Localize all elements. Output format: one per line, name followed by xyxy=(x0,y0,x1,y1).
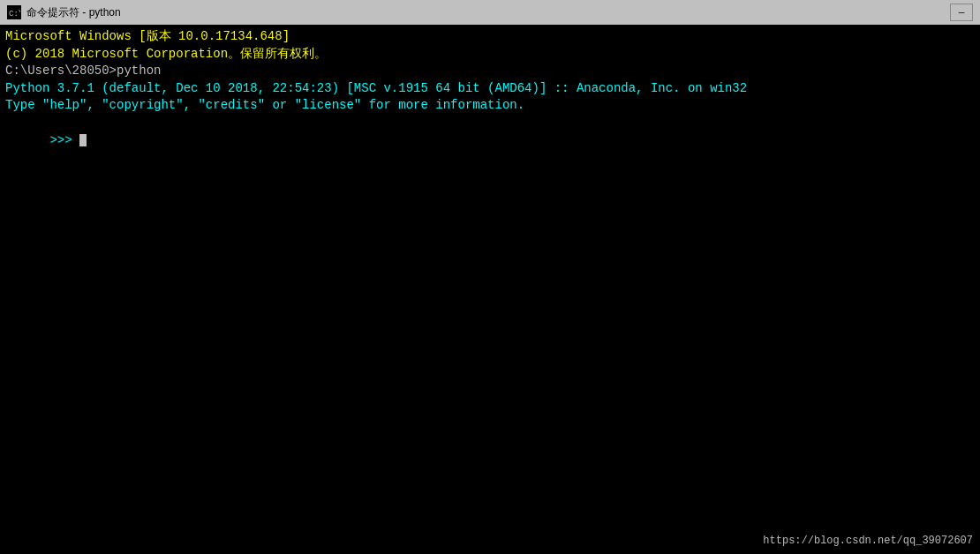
watermark: https://blog.csdn.net/qq_39072607 xyxy=(763,535,973,547)
console-line-copyright: (c) 2018 Microsoft Corporation。保留所有权利。 xyxy=(5,46,975,64)
window-title: 命令提示符 - python xyxy=(26,5,121,20)
cmd-icon: C:\ xyxy=(7,5,21,19)
title-bar-left: C:\ 命令提示符 - python xyxy=(7,5,121,20)
console-line-repl: >>> xyxy=(5,115,975,167)
console-line-windows-version: Microsoft Windows [版本 10.0.17134.648] xyxy=(5,28,975,46)
console-body[interactable]: Microsoft Windows [版本 10.0.17134.648] (c… xyxy=(0,25,980,554)
cmd-window: C:\ 命令提示符 - python — Microsoft Windows [… xyxy=(0,0,980,554)
console-line-python-version: Python 3.7.1 (default, Dec 10 2018, 22:5… xyxy=(5,80,975,98)
title-bar-controls: — xyxy=(950,4,973,21)
cursor xyxy=(79,134,87,146)
minimize-button[interactable]: — xyxy=(950,4,973,21)
title-bar: C:\ 命令提示符 - python — xyxy=(0,0,980,25)
svg-text:C:\: C:\ xyxy=(9,10,20,19)
console-line-python-info: Type "help", "copyright", "credits" or "… xyxy=(5,97,975,115)
console-line-prompt: C:\Users\28050>python xyxy=(5,63,975,80)
